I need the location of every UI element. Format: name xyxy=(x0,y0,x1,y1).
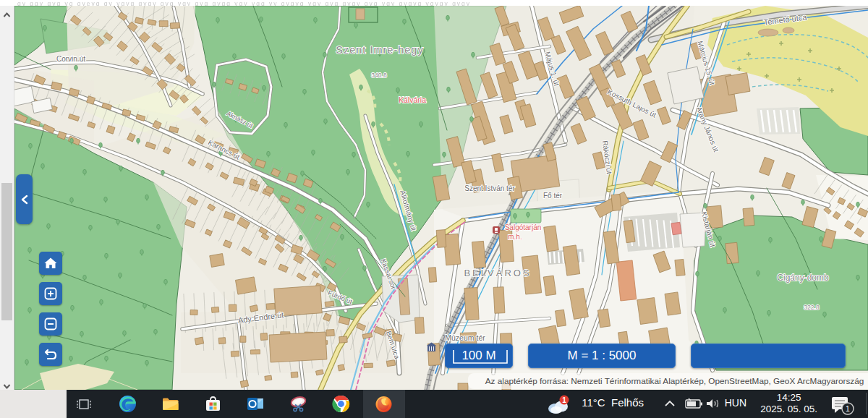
svg-text:Corvin út: Corvin út xyxy=(56,55,85,63)
svg-text:Múzeum tér: Múzeum tér xyxy=(445,333,485,342)
svg-text:1: 1 xyxy=(846,404,850,413)
svg-text:Szent Imre-hegy: Szent Imre-hegy xyxy=(336,44,423,56)
svg-text:322.8: 322.8 xyxy=(804,304,820,311)
svg-text:Kálvária: Kálvária xyxy=(399,95,426,104)
svg-text:BELVÁROS: BELVÁROS xyxy=(464,268,531,278)
svg-text:m.h.: m.h. xyxy=(508,233,522,241)
svg-text:Szent István tér: Szent István tér xyxy=(464,184,515,192)
svg-text:Salgótarján: Salgótarján xyxy=(505,223,542,231)
svg-text:340.8: 340.8 xyxy=(371,72,387,79)
svg-text:Fő tér: Fő tér xyxy=(543,192,563,200)
svg-text:1: 1 xyxy=(562,396,566,404)
svg-text:Cigány-domb: Cigány-domb xyxy=(777,273,829,283)
